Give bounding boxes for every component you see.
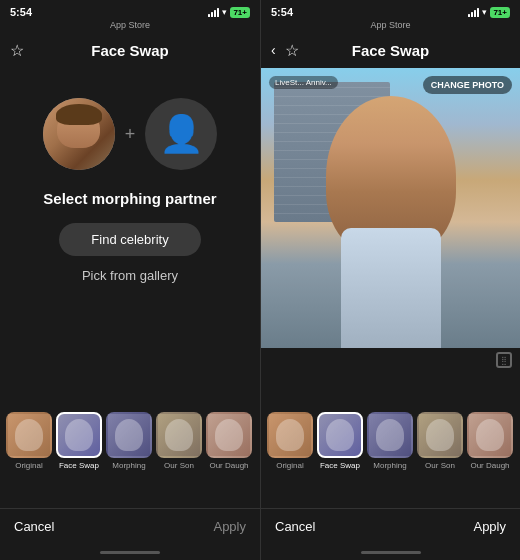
filter-label-faceswap-right: Face Swap: [320, 461, 360, 470]
status-time-left: 5:54: [10, 6, 32, 18]
body-in-photo: [341, 228, 441, 348]
filter-thumb-original-right[interactable]: [267, 412, 313, 458]
change-photo-button[interactable]: CHANGE PHOTO: [423, 76, 512, 94]
store-label-right: App Store: [261, 20, 520, 32]
source-face-photo: [43, 98, 115, 170]
status-bar-right: 5:54 ▾ 71+: [261, 0, 520, 22]
cancel-button-left[interactable]: Cancel: [14, 519, 54, 534]
battery-icon: 71+: [230, 7, 250, 18]
livestream-label: LiveSt... Anniv...: [269, 76, 338, 89]
filter-ourdaugh-left[interactable]: Our Daugh: [206, 412, 252, 470]
face-pair: + 👤: [43, 98, 218, 170]
filter-morphing-left[interactable]: Morphing: [106, 412, 152, 470]
filter-original-left[interactable]: Original: [6, 412, 52, 470]
filter-label-morphing-left: Morphing: [112, 461, 145, 470]
filter-ourson-left[interactable]: Our Son: [156, 412, 202, 470]
filter-faceswap-right[interactable]: Face Swap: [317, 412, 363, 470]
select-morphing-label: Select morphing partner: [43, 190, 216, 207]
nav-bar-left: ☆ Face Swap: [0, 32, 260, 68]
filter-thumb-ourson-right[interactable]: [417, 412, 463, 458]
bottom-bar-left: Cancel Apply: [0, 508, 260, 544]
store-label-left: App Store: [0, 20, 260, 32]
source-face[interactable]: [43, 98, 115, 170]
apply-button-right[interactable]: Apply: [473, 519, 506, 534]
right-bottom-panel: [261, 348, 520, 408]
pick-gallery-link[interactable]: Pick from gallery: [82, 268, 178, 283]
filter-label-ourdaugh-right: Our Daugh: [470, 461, 509, 470]
chevron-back-icon: ‹: [271, 42, 276, 58]
nav-back-right[interactable]: ‹: [271, 43, 276, 58]
left-screen: 5:54 ▾ 71+ App Store ☆ Face Swap + 👤 Sel…: [0, 0, 260, 560]
home-bar-left: [100, 551, 160, 554]
filter-thumb-original-left[interactable]: [6, 412, 52, 458]
star-icon-right[interactable]: ☆: [285, 41, 299, 60]
plus-icon: +: [125, 124, 136, 145]
filter-label-ourson-left: Our Son: [164, 461, 194, 470]
main-photo: [261, 68, 520, 348]
status-bar-left: 5:54 ▾ 71+: [0, 0, 260, 22]
signal-icon: [208, 8, 219, 17]
filter-morphing-right[interactable]: Morphing: [367, 412, 413, 470]
nav-title-left: Face Swap: [91, 42, 169, 59]
star-icon-left[interactable]: ☆: [10, 41, 24, 60]
target-face[interactable]: 👤: [145, 98, 217, 170]
filter-label-faceswap-left: Face Swap: [59, 461, 99, 470]
filter-strip-right: Original Face Swap Morphing Our Son Our …: [261, 408, 520, 508]
signal-icon-right: [468, 8, 479, 17]
filter-label-original-left: Original: [15, 461, 43, 470]
filter-original-right[interactable]: Original: [267, 412, 313, 470]
find-celebrity-button[interactable]: Find celebrity: [59, 223, 200, 256]
filter-faceswap-left[interactable]: Face Swap: [56, 412, 102, 470]
filter-thumb-ourdaugh-left[interactable]: [206, 412, 252, 458]
filter-ourson-right[interactable]: Our Son: [417, 412, 463, 470]
nav-title-right: Face Swap: [352, 42, 430, 59]
filter-label-morphing-right: Morphing: [373, 461, 406, 470]
filter-label-ourson-right: Our Son: [425, 461, 455, 470]
filter-strip-left: Original Face Swap Morphing Our Son Our …: [0, 408, 260, 508]
status-icons-right: ▾ 71+: [468, 7, 510, 18]
status-icons-left: ▾ 71+: [208, 7, 250, 18]
home-bar-right: [361, 551, 421, 554]
filter-ourdaugh-right[interactable]: Our Daugh: [467, 412, 513, 470]
home-indicator-right: [261, 544, 520, 560]
status-time-right: 5:54: [271, 6, 293, 18]
filter-thumb-faceswap-left[interactable]: [56, 412, 102, 458]
wifi-icon-right: ▾: [482, 7, 487, 17]
apply-button-left[interactable]: Apply: [213, 519, 246, 534]
main-photo-area: LiveSt... Anniv... CHANGE PHOTO: [261, 68, 520, 348]
cancel-button-right[interactable]: Cancel: [275, 519, 315, 534]
filter-thumb-ourdaugh-right[interactable]: [467, 412, 513, 458]
filter-thumb-morphing-left[interactable]: [106, 412, 152, 458]
right-screen: 5:54 ▾ 71+ App Store ‹ ☆ Face Swap LiveS…: [260, 0, 520, 560]
filter-label-original-right: Original: [276, 461, 304, 470]
person-silhouette-icon: 👤: [159, 113, 204, 155]
left-main-content: + 👤 Select morphing partner Find celebri…: [0, 68, 260, 408]
drag-handle-icon[interactable]: [496, 352, 512, 368]
nav-bar-right: ‹ ☆ Face Swap: [261, 32, 520, 68]
wifi-icon: ▾: [222, 7, 227, 17]
filter-thumb-morphing-right[interactable]: [367, 412, 413, 458]
home-indicator-left: [0, 544, 260, 560]
filter-thumb-faceswap-right[interactable]: [317, 412, 363, 458]
bottom-bar-right: Cancel Apply: [261, 508, 520, 544]
filter-thumb-ourson-left[interactable]: [156, 412, 202, 458]
battery-icon-right: 71+: [490, 7, 510, 18]
filter-label-ourdaugh-left: Our Daugh: [209, 461, 248, 470]
